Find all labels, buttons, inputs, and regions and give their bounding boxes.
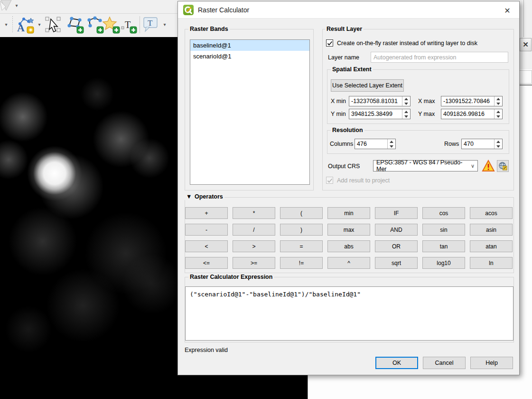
- operator-button[interactable]: >: [233, 240, 275, 252]
- spatial-extent-label: Spatial Extent: [331, 66, 373, 73]
- use-selected-layer-extent-button[interactable]: Use Selected Layer Extent: [331, 79, 404, 92]
- spin-down-icon[interactable]: [402, 101, 410, 106]
- select-crs-button[interactable]: [497, 160, 509, 172]
- operator-button[interactable]: log10: [422, 257, 465, 269]
- operator-button[interactable]: =: [280, 240, 323, 252]
- create-text-annotation-button[interactable]: T: [121, 15, 138, 34]
- operator-button[interactable]: acos: [470, 207, 513, 219]
- chevron-down-icon[interactable]: ▾: [161, 21, 168, 28]
- operator-button[interactable]: ): [280, 224, 323, 236]
- y-max-spinbox[interactable]: 4091826.99816: [441, 109, 503, 119]
- close-icon: ✕: [523, 40, 529, 49]
- add-result-checkbox: [326, 177, 333, 184]
- rows-value: 470: [462, 139, 494, 149]
- raster-bands-label: Raster Bands: [188, 26, 230, 32]
- crs-warning-icon[interactable]: [482, 160, 495, 172]
- rows-spinbox[interactable]: 470: [461, 139, 503, 149]
- create-polygon-annotation-button[interactable]: [65, 15, 84, 34]
- add-result-label: Add result to project: [337, 177, 390, 184]
- operator-button[interactable]: ^: [327, 257, 370, 269]
- text-balloon-button[interactable]: T: [142, 16, 159, 33]
- spin-down-icon[interactable]: [495, 144, 502, 149]
- operator-button[interactable]: ln: [470, 257, 513, 269]
- text-annotation-icon: T: [121, 15, 138, 34]
- x-min-spinbox[interactable]: -13237058.81031: [349, 96, 411, 106]
- expression-status: Expression valid: [185, 347, 228, 353]
- y-min-spinbox[interactable]: 3948125.38499: [349, 109, 411, 119]
- list-item[interactable]: baselineId@1: [190, 40, 309, 51]
- dialog-close-button[interactable]: ✕: [501, 4, 513, 17]
- expression-editor[interactable]: ("scenarioId@1"-"baselineId@1")/"baselin…: [185, 286, 513, 341]
- operator-button[interactable]: sqrt: [375, 257, 418, 269]
- layer-name-label: Layer name: [328, 54, 359, 61]
- output-crs-combobox[interactable]: EPSG:3857 - WGS 84 / Pseudo-Mer ∨: [373, 160, 478, 171]
- operator-button[interactable]: >=: [233, 257, 275, 269]
- operator-button[interactable]: AND: [375, 224, 418, 236]
- operator-button[interactable]: abs: [327, 240, 370, 252]
- ok-button[interactable]: OK: [375, 357, 418, 369]
- operator-button[interactable]: -: [185, 224, 228, 236]
- list-item[interactable]: scenarioId@1: [190, 51, 309, 62]
- dialog-titlebar[interactable]: Raster Calculator ✕: [178, 1, 519, 19]
- create-marker-annotation-button[interactable]: [102, 15, 121, 34]
- panel-subheader: [519, 70, 532, 84]
- spin-up-icon[interactable]: [495, 96, 502, 101]
- spin-up-icon[interactable]: [388, 139, 395, 144]
- raster-bands-list[interactable]: baselineId@1 scenarioId@1: [190, 39, 310, 185]
- star-annotation-icon: [102, 15, 121, 34]
- chevron-down-icon[interactable]: ▾: [36, 21, 43, 28]
- operator-button[interactable]: min: [327, 207, 370, 219]
- x-max-value: -13091522.70846: [441, 96, 494, 106]
- partial-toolbar-icon[interactable]: [0, 0, 12, 12]
- help-button[interactable]: Help: [470, 357, 513, 369]
- operators-collapse-icon[interactable]: ▼: [185, 193, 193, 200]
- columns-spinbox[interactable]: 476: [355, 139, 396, 149]
- layer-name-input[interactable]: [371, 52, 508, 63]
- operator-button[interactable]: /: [233, 224, 275, 236]
- spin-up-icon[interactable]: [495, 139, 502, 144]
- svg-text:A: A: [17, 22, 25, 34]
- spin-up-icon[interactable]: [402, 109, 410, 114]
- toolbar-row-separator: [0, 13, 177, 14]
- panel-close-button[interactable]: ✕: [520, 38, 532, 51]
- spin-up-icon[interactable]: [402, 96, 410, 101]
- spin-down-icon[interactable]: [402, 114, 410, 119]
- spin-down-icon[interactable]: [495, 101, 502, 106]
- operator-button[interactable]: IF: [375, 207, 418, 219]
- toolbar-separator: [140, 16, 140, 33]
- operator-button[interactable]: cos: [422, 207, 465, 219]
- x-max-spinbox[interactable]: -13091522.70846: [441, 96, 503, 106]
- select-cursor-icon: [45, 15, 63, 34]
- operator-button[interactable]: *: [233, 207, 275, 219]
- dialog-title: Raster Calculator: [198, 6, 249, 14]
- operator-button[interactable]: max: [327, 224, 370, 236]
- operator-button[interactable]: !=: [280, 257, 323, 269]
- operator-button[interactable]: sin: [422, 224, 465, 236]
- chevron-down-icon[interactable]: ▾: [3, 21, 9, 28]
- operator-button[interactable]: OR: [375, 240, 418, 252]
- text-balloon-icon: T: [142, 16, 159, 33]
- operator-button[interactable]: +: [185, 207, 228, 219]
- arrow-shape-icon: [0, 0, 12, 12]
- spin-down-icon[interactable]: [495, 114, 502, 119]
- create-on-fly-checkbox[interactable]: [326, 39, 333, 47]
- operator-button[interactable]: <: [185, 240, 228, 252]
- spin-up-icon[interactable]: [495, 109, 502, 114]
- toolbar-separator: [12, 16, 13, 33]
- operator-button[interactable]: (: [280, 207, 323, 219]
- main-annotation-layer-icon[interactable]: A ✳: [16, 15, 35, 34]
- operator-button[interactable]: tan: [422, 240, 465, 252]
- operator-button[interactable]: atan: [470, 240, 513, 252]
- cancel-button[interactable]: Cancel: [423, 357, 466, 369]
- operator-button[interactable]: asin: [470, 224, 513, 236]
- select-annotation-button[interactable]: [45, 15, 63, 34]
- qgis-window: ▾ ▾ A ✳ ▾: [0, 0, 532, 399]
- operator-button[interactable]: <=: [185, 257, 228, 269]
- chevron-down-icon[interactable]: ▾: [13, 2, 20, 9]
- create-on-fly-label: Create on-the-fly raster instead of writ…: [337, 40, 477, 47]
- spin-down-icon[interactable]: [388, 144, 395, 149]
- chevron-down-icon: ∨: [471, 163, 475, 169]
- x-min-label: X min: [331, 98, 346, 104]
- output-crs-label: Output CRS: [328, 163, 360, 170]
- y-max-value: 4091826.99816: [441, 109, 494, 119]
